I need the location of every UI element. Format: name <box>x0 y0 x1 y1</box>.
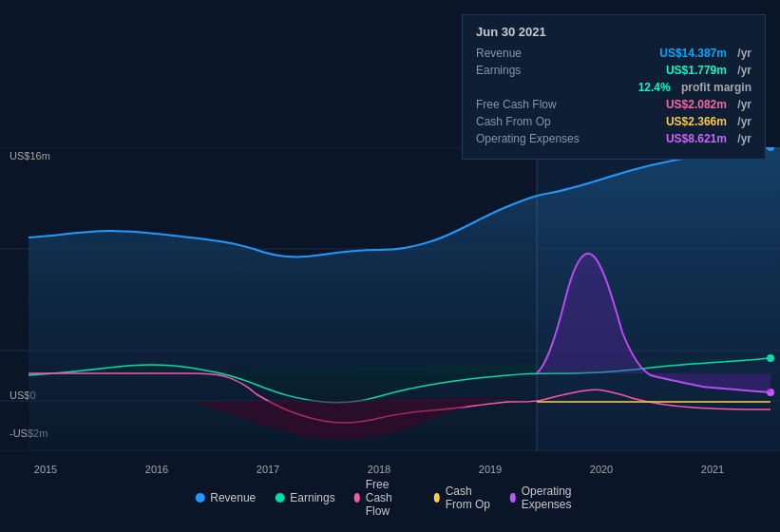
legend-dot-cashfromop <box>434 493 440 503</box>
tooltip-row-earnings: Earnings US$1.779m /yr <box>476 64 751 77</box>
x-label-2016: 2016 <box>145 464 168 475</box>
tooltip-row-opex: Operating Expenses US$8.621m /yr <box>476 132 751 145</box>
tooltip-label-revenue: Revenue <box>476 47 599 60</box>
legend-item-fcf[interactable]: Free Cash Flow <box>354 478 415 518</box>
tooltip-date: Jun 30 2021 <box>476 25 751 39</box>
x-label-2015: 2015 <box>34 464 57 475</box>
tooltip-label-cashfromop: Cash From Op <box>476 115 599 128</box>
tooltip-value-fcf: US$2.082m /yr <box>666 98 751 111</box>
tooltip-row-cashfromop: Cash From Op US$2.366m /yr <box>476 115 751 128</box>
legend-item-revenue[interactable]: Revenue <box>195 491 256 504</box>
tooltip-value-revenue: US$14.387m /yr <box>659 47 751 60</box>
legend-label-revenue: Revenue <box>210 491 256 504</box>
tooltip-row-revenue: Revenue US$14.387m /yr <box>476 47 751 60</box>
tooltip-label-fcf: Free Cash Flow <box>476 98 599 111</box>
legend-dot-fcf <box>354 493 360 503</box>
tooltip-row-fcf: Free Cash Flow US$2.082m /yr <box>476 98 751 111</box>
x-label-2020: 2020 <box>590 464 613 475</box>
x-label-2018: 2018 <box>368 464 390 475</box>
legend-label-opex: Operating Expenses <box>522 484 585 511</box>
legend-dot-revenue <box>195 493 204 503</box>
tooltip-row-margin: 12.4% profit margin <box>476 81 751 94</box>
legend-item-cashfromop[interactable]: Cash From Op <box>434 484 491 511</box>
x-label-2021: 2021 <box>701 464 724 475</box>
chart-container: Jun 30 2021 Revenue US$14.387m /yr Earni… <box>0 0 780 532</box>
x-label-2017: 2017 <box>257 464 279 475</box>
legend-dot-opex <box>510 493 516 503</box>
svg-point-7 <box>767 354 774 362</box>
legend: Revenue Earnings Free Cash Flow Cash Fro… <box>195 478 585 518</box>
legend-label-cashfromop: Cash From Op <box>446 484 491 511</box>
tooltip-label-opex: Operating Expenses <box>476 132 599 145</box>
legend-label-fcf: Free Cash Flow <box>366 478 415 518</box>
legend-label-earnings: Earnings <box>290 491 334 504</box>
chart-svg <box>0 147 780 451</box>
legend-item-opex[interactable]: Operating Expenses <box>510 484 585 511</box>
legend-dot-earnings <box>275 493 284 503</box>
tooltip-value-opex: US$8.621m /yr <box>666 132 751 145</box>
tooltip-box: Jun 30 2021 Revenue US$14.387m /yr Earni… <box>462 14 766 160</box>
tooltip-value-earnings: US$1.779m /yr <box>666 64 751 77</box>
legend-item-earnings[interactable]: Earnings <box>275 491 334 504</box>
tooltip-value-cashfromop: US$2.366m /yr <box>666 115 751 128</box>
tooltip-label-earnings: Earnings <box>476 64 599 77</box>
x-label-2019: 2019 <box>479 464 502 475</box>
tooltip-value-margin: 12.4% profit margin <box>638 81 751 94</box>
